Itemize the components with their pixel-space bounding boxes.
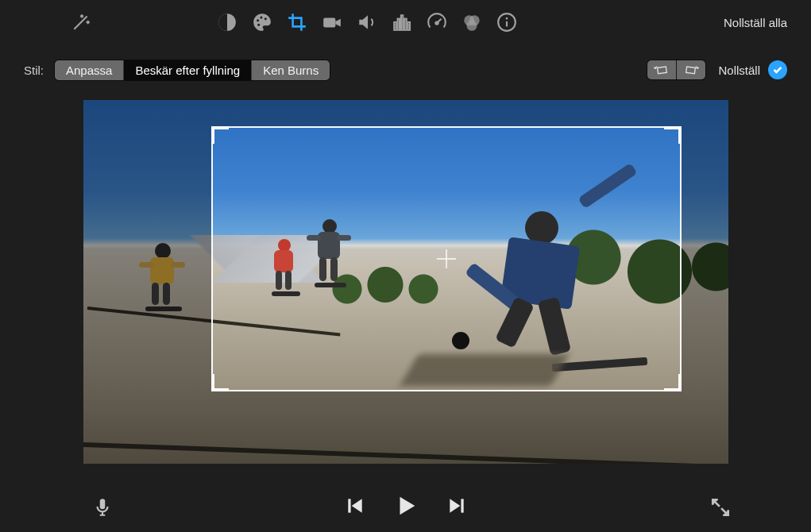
svg-point-4 (257, 24, 260, 26)
style-segmented-control: Anpassa Beskär efter fyllning Ken Burns (55, 60, 330, 80)
reset-all-button[interactable]: Nollställ alla (724, 16, 787, 29)
rotate-button-group (647, 60, 705, 79)
preview-viewer (83, 100, 728, 464)
crop-rectangle[interactable] (211, 126, 682, 391)
info-icon[interactable] (489, 5, 524, 40)
svg-rect-8 (401, 15, 403, 29)
magic-wand-icon[interactable] (64, 5, 98, 40)
main-toolbar: Nollställ alla (0, 0, 811, 44)
svg-point-17 (506, 17, 508, 20)
reset-crop-button[interactable]: Nollställ (718, 64, 760, 77)
segment-anpassa[interactable]: Anpassa (55, 60, 124, 80)
svg-rect-5 (323, 18, 335, 28)
filters-icon[interactable] (454, 5, 489, 40)
fullscreen-icon[interactable] (701, 497, 740, 518)
segment-beskar[interactable]: Beskär efter fyllning (124, 60, 252, 80)
crop-handle-bl[interactable] (211, 374, 229, 391)
svg-rect-9 (404, 19, 406, 30)
confirm-crop-button[interactable] (768, 60, 787, 79)
crop-toolbar: Stil: Anpassa Beskär efter fyllning Ken … (0, 56, 811, 84)
next-frame-icon[interactable] (446, 495, 467, 519)
svg-rect-10 (408, 22, 410, 30)
crop-icon[interactable] (280, 5, 315, 40)
crop-handle-br[interactable] (664, 374, 682, 391)
previous-frame-icon[interactable] (345, 495, 365, 519)
rotate-ccw-button[interactable] (647, 60, 677, 79)
svg-point-11 (435, 21, 438, 24)
svg-point-14 (467, 21, 477, 31)
svg-rect-6 (394, 22, 396, 30)
transport-bar (0, 483, 811, 532)
crop-crosshair-icon (437, 249, 456, 268)
crop-handle-tr[interactable] (664, 126, 682, 144)
svg-rect-18 (658, 67, 667, 74)
color-palette-icon[interactable] (245, 5, 280, 40)
style-label: Stil: (24, 64, 44, 77)
play-icon[interactable] (394, 494, 418, 521)
volume-icon[interactable] (350, 5, 384, 40)
svg-point-3 (265, 17, 267, 20)
crop-handle-tl[interactable] (211, 126, 229, 144)
equalizer-icon[interactable] (384, 5, 419, 40)
svg-point-2 (260, 17, 262, 19)
svg-point-1 (257, 19, 259, 21)
rotate-cw-button[interactable] (677, 60, 705, 79)
svg-rect-20 (348, 499, 350, 512)
segment-kenburns[interactable]: Ken Burns (252, 60, 330, 80)
adjust-circle-icon[interactable] (210, 5, 245, 40)
svg-rect-21 (461, 499, 463, 512)
speedometer-icon[interactable] (419, 5, 454, 40)
microphone-icon[interactable] (83, 497, 122, 518)
svg-rect-19 (686, 67, 696, 74)
camera-icon[interactable] (315, 5, 350, 40)
svg-rect-7 (398, 19, 400, 30)
